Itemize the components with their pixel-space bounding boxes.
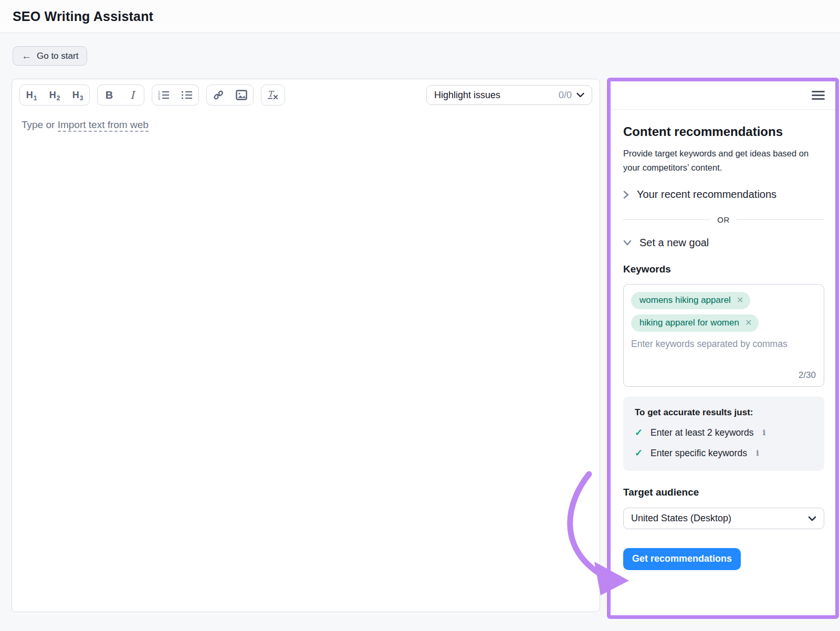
h1-sub: 1 [34, 94, 37, 102]
or-divider: OR [623, 215, 824, 224]
target-audience-value: United States (Desktop) [631, 513, 731, 524]
bullet-list-button[interactable] [175, 85, 198, 105]
highlight-issues-dropdown[interactable]: Highlight issues 0/0 [426, 85, 592, 105]
insert-button-group [206, 85, 254, 106]
keywords-placeholder: Enter keywords separated by commas [631, 339, 816, 350]
insert-link-button[interactable] [207, 85, 230, 105]
get-recommendations-button[interactable]: Get recommendations [623, 548, 741, 570]
recent-recommendations-toggle[interactable]: Your recent recommendations [623, 188, 824, 201]
keyword-tag-list: womens hiking apparel ✕ hiking apparel f… [631, 292, 816, 332]
keywords-counter: 2/30 [799, 370, 816, 381]
panel-description: Provide target keywords and get ideas ba… [623, 146, 817, 175]
go-to-start-button[interactable]: ← Go to start [13, 46, 87, 66]
editor-card: H1 H2 H3 B I 1 2 3 [12, 79, 600, 612]
import-text-link[interactable]: Import text from web [58, 119, 149, 132]
editor-placeholder: Type or Import text from web [22, 119, 149, 132]
bullet-list-icon [181, 90, 193, 100]
panel-topbar [611, 81, 835, 110]
checkmark-icon: ✓ [635, 447, 643, 459]
recent-recommendations-label: Your recent recommendations [637, 188, 776, 201]
heading-1-button[interactable]: H1 [20, 85, 43, 105]
h3-sub: 3 [80, 94, 83, 102]
svg-text:3: 3 [158, 97, 160, 100]
info-icon[interactable]: i [756, 448, 759, 458]
clear-formatting-icon: T [267, 90, 279, 100]
target-audience-select[interactable]: United States (Desktop) [623, 508, 824, 529]
heading-button-group: H1 H2 H3 [19, 85, 90, 106]
highlight-issues-label: Highlight issues [434, 90, 500, 101]
heading-2-button[interactable]: H2 [43, 85, 66, 105]
keyword-tag: hiking apparel for women ✕ [631, 314, 759, 332]
tip-text: Enter specific keywords [650, 448, 747, 459]
text-style-button-group: B I [97, 85, 144, 106]
keyword-tag-text: womens hiking apparel [639, 295, 731, 306]
checkmark-icon: ✓ [635, 427, 643, 438]
h3-label: H [72, 90, 79, 101]
content-recommendations-panel: Content recommendations Provide target k… [607, 78, 839, 619]
italic-button[interactable]: I [121, 85, 144, 105]
list-button-group: 1 2 3 [152, 85, 199, 106]
ordered-list-icon: 1 2 3 [158, 90, 170, 100]
editor-text-area[interactable]: Type or Import text from web [12, 110, 600, 140]
svg-text:T: T [268, 90, 275, 99]
keyword-tag-text: hiking apparel for women [639, 318, 739, 328]
left-arrow-icon: ← [22, 51, 32, 61]
app-header: SEO Writing Assistant [0, 0, 840, 33]
set-new-goal-label: Set a new goal [639, 237, 709, 249]
tip-text: Enter at least 2 keywords [650, 427, 753, 438]
page-title: SEO Writing Assistant [13, 9, 153, 24]
clear-formatting-button[interactable]: T [261, 85, 285, 105]
placeholder-prefix: Type or [22, 119, 58, 130]
tip-row: ✓ Enter at least 2 keywords i [635, 427, 814, 438]
h2-sub: 2 [57, 94, 60, 102]
tips-title: To get accurate results just: [635, 407, 814, 418]
issues-count: 0/0 [559, 90, 572, 101]
ordered-list-button[interactable]: 1 2 3 [152, 85, 175, 105]
chevron-right-icon [623, 191, 629, 199]
editor-toolbar: H1 H2 H3 B I 1 2 3 [12, 79, 600, 110]
go-to-start-label: Go to start [37, 51, 78, 61]
clear-format-group: T [261, 85, 285, 106]
panel-content: Content recommendations Provide target k… [611, 110, 835, 570]
bold-button[interactable]: B [98, 85, 121, 105]
menu-icon[interactable] [812, 89, 825, 102]
remove-keyword-icon[interactable]: ✕ [745, 319, 752, 327]
chevron-down-icon [623, 240, 632, 246]
or-label: OR [717, 215, 730, 224]
heading-3-button[interactable]: H3 [66, 85, 89, 105]
h2-label: H [49, 90, 56, 101]
target-audience-label: Target audience [623, 487, 824, 498]
panel-title: Content recommendations [623, 124, 824, 139]
h1-label: H [26, 90, 33, 101]
info-icon[interactable]: i [763, 428, 766, 437]
chevron-down-icon [808, 516, 816, 521]
set-new-goal-toggle[interactable]: Set a new goal [623, 237, 824, 249]
insert-image-button[interactable] [230, 85, 253, 105]
remove-keyword-icon[interactable]: ✕ [737, 296, 743, 304]
link-icon [213, 90, 224, 100]
keywords-input[interactable]: womens hiking apparel ✕ hiking apparel f… [623, 284, 824, 387]
accuracy-tips-box: To get accurate results just: ✓ Enter at… [623, 396, 824, 471]
tip-row: ✓ Enter specific keywords i [635, 447, 814, 459]
keywords-label: Keywords [623, 264, 824, 275]
chevron-down-icon [576, 90, 584, 100]
keyword-tag: womens hiking apparel ✕ [631, 292, 750, 309]
image-icon [236, 90, 247, 100]
